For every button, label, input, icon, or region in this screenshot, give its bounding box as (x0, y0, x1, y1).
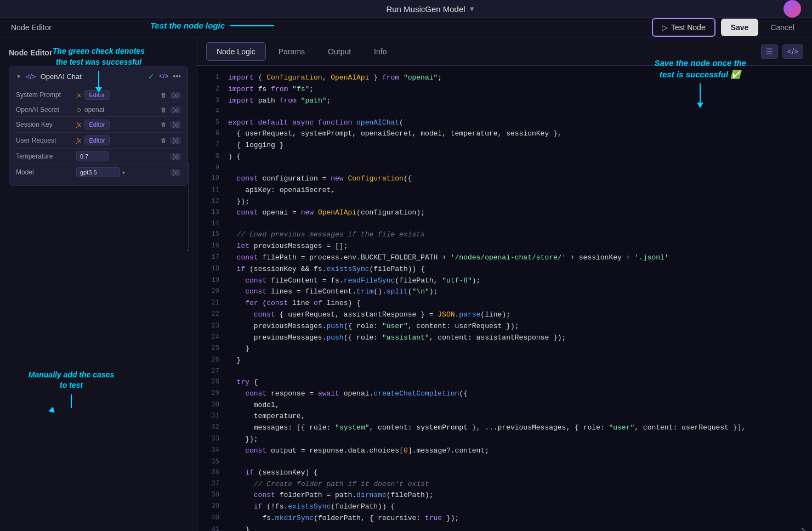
code-line-6: 6 { userRequest, systemPrompt, openaiSec… (197, 128, 812, 140)
x-btn-user-request[interactable]: (x) (170, 137, 181, 144)
openai-secret-value: openai (84, 106, 104, 114)
secret-icon: ⊖ (76, 106, 81, 114)
param-actions-user-request: 🗑 (x) (161, 137, 181, 144)
code-line-32: 32 messages: [{ role: "system", content:… (197, 422, 812, 434)
editor-button-user-request[interactable]: Editor (84, 135, 110, 145)
x-btn-model[interactable]: (x) (170, 169, 181, 176)
param-actions-temperature: (x) (170, 153, 181, 160)
code-line-10: 10 const configuration = new Configurati… (197, 173, 812, 185)
param-row-temperature: Temperature (x) (16, 149, 181, 165)
app-title-bar: Run MusicGen Model ▾ (386, 4, 474, 14)
tab-node-logic[interactable]: Node Logic (206, 42, 266, 61)
code-line-11: 11 apiKey: openaiSecret, (197, 185, 812, 196)
fx-icon-user-request: ∫x (76, 137, 81, 144)
param-label-user-request: User Request (16, 137, 76, 144)
trash-icon-user-request[interactable]: 🗑 (161, 137, 167, 144)
left-panel: The green check denotesthe test was succ… (0, 37, 197, 531)
code-line-19: 19 const fileContent = fs.readFileSync(f… (197, 275, 812, 287)
header-right: ▷ Test Node Save Cancel (652, 18, 801, 37)
editor-button-system-prompt[interactable]: Editor (84, 90, 110, 100)
test-node-button[interactable]: ▷ Test Node (652, 18, 716, 37)
code-line-39: 39 if (!fs.existsSync(folderPath)) { (197, 501, 812, 513)
test-node-label: Test Node (671, 23, 706, 32)
code-line-33: 33 }); (197, 434, 812, 445)
tab-output[interactable]: Output (317, 42, 361, 61)
trash-icon-openai-secret[interactable]: 🗑 (161, 106, 167, 113)
param-row-system-prompt: System Prompt ∫x Editor 🗑 (x) (16, 87, 181, 103)
code-line-24: 24 previousMessages.push({ role: "assist… (197, 332, 812, 344)
code-line-4: 4 (197, 106, 812, 117)
code-line-29: 29 const response = await openai.createC… (197, 388, 812, 400)
code-line-8: 8 ) { (197, 151, 812, 163)
right-panel: Node Logic Params Output Info ☰ </> (197, 37, 812, 531)
code-editor[interactable]: 1 import { Configuration, OpenAIApi } fr… (197, 66, 812, 531)
manual-add-text: Manually add the casesto test (16, 370, 126, 391)
success-check-icon: ✓ (148, 72, 155, 81)
code-line-16: 16 let previousMessages = []; (197, 241, 812, 252)
code-line-31: 31 temperature, (197, 411, 812, 422)
header-left: Node Editor (11, 23, 52, 32)
x-btn-openai-secret[interactable]: (x) (170, 106, 181, 114)
param-value-model: gpt3.5 gpt4 ▾ (76, 167, 170, 177)
code-line-15: 15 // Load previous messages if the file… (197, 229, 812, 241)
fx-icon-system-prompt: ∫x (76, 92, 81, 98)
fx-icon-session-key: ∫x (76, 121, 81, 128)
code-line-26: 26 } (197, 355, 812, 366)
view-toggle-button[interactable]: ☰ (761, 44, 778, 59)
code-line-28: 28 try { (197, 377, 812, 388)
model-select[interactable]: gpt3.5 gpt4 (76, 167, 120, 177)
param-actions-model: (x) (170, 169, 181, 176)
code-line-13: 13 const openai = new OpenAIApi(configur… (197, 207, 812, 219)
temperature-input[interactable] (76, 151, 109, 161)
param-actions-openai-secret: 🗑 (x) (161, 106, 181, 114)
param-label-session-key: Session Key (16, 121, 76, 128)
app-title-chevron[interactable]: ▾ (470, 4, 474, 14)
tab-bar: Node Logic Params Output Info ☰ </> (197, 37, 812, 66)
code-line-40: 40 fs.mkdirSync(folderPath, { recursive:… (197, 513, 812, 524)
code-view-button[interactable]: </> (782, 44, 803, 59)
code-line-9: 9 (197, 163, 812, 173)
code-line-3: 3 import path from "path"; (197, 95, 812, 107)
node-code-button[interactable]: </> (159, 72, 168, 80)
code-line-23: 23 previousMessages.push({ role: "user",… (197, 321, 812, 332)
param-value-user-request: ∫x Editor (76, 135, 161, 145)
param-row-session-key: Session Key ∫x Editor 🗑 (x) (16, 117, 181, 133)
tab-info[interactable]: Info (364, 42, 397, 61)
manual-add-arrowhead (48, 406, 57, 415)
manual-add-line (71, 394, 72, 408)
param-value-system-prompt: ∫x Editor (76, 90, 161, 100)
code-line-35: 35 (197, 457, 812, 467)
code-line-36: 36 if (sessionKey) { (197, 467, 812, 479)
cancel-button[interactable]: Cancel (764, 19, 801, 36)
x-btn-temperature[interactable]: (x) (170, 153, 181, 160)
node-more-button[interactable]: ••• (173, 72, 181, 81)
code-line-25: 25 } (197, 343, 812, 355)
code-line-41: 41 } (197, 524, 812, 531)
node-item: ▼ </> OpenAI Chat ✓ </> ••• System Promp… (9, 66, 188, 186)
node-expand-chevron[interactable]: ▼ (16, 74, 21, 80)
x-btn-session-key[interactable]: (x) (170, 121, 181, 128)
trash-icon-system-prompt[interactable]: 🗑 (161, 92, 167, 98)
code-line-37: 37 // Create folder path if it doesn't e… (197, 479, 812, 490)
save-button[interactable]: Save (721, 19, 759, 36)
param-row-openai-secret: OpenAI Secret ⊖ openai 🗑 (x) (16, 103, 181, 117)
code-line-20: 20 const lines = fileContent.trim().spli… (197, 286, 812, 298)
tab-params[interactable]: Params (268, 42, 315, 61)
node-name-label: OpenAI Chat (41, 72, 144, 81)
param-actions-session-key: 🗑 (x) (161, 121, 181, 128)
avatar[interactable] (783, 0, 801, 18)
code-line-21: 21 for (const line of lines) { (197, 298, 812, 309)
param-label-temperature: Temperature (16, 152, 76, 160)
trash-icon-session-key[interactable]: 🗑 (161, 121, 167, 128)
editor-button-session-key[interactable]: Editor (84, 120, 110, 129)
x-btn-system-prompt[interactable]: (x) (170, 92, 181, 99)
code-line-38: 38 const folderPath = path.dirname(fileP… (197, 490, 812, 501)
node-editor-label: Node Editor (11, 23, 52, 32)
param-label-system-prompt: System Prompt (16, 91, 76, 99)
main-layout: The green check denotesthe test was succ… (0, 37, 812, 531)
param-label-model: Model (16, 168, 76, 176)
expand-icon[interactable]: ⤡ (800, 525, 808, 531)
code-line-34: 34 const output = response.data.choices[… (197, 445, 812, 457)
code-line-7: 7 { logging } (197, 140, 812, 151)
param-row-user-request: User Request ∫x Editor 🗑 (x) (16, 133, 181, 149)
